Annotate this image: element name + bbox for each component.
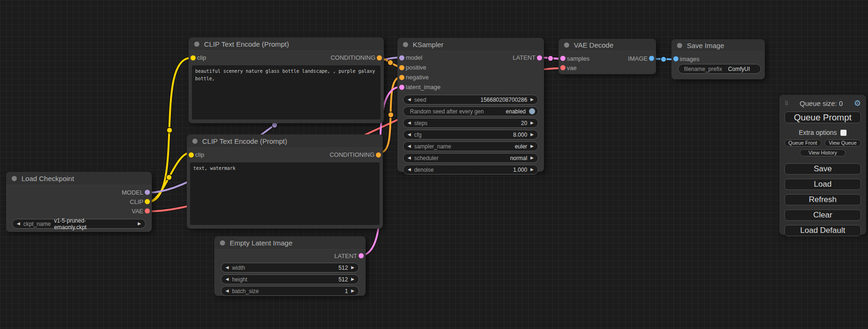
filename-prefix-widget[interactable]: filename_prefix ComfyUI (678, 64, 761, 74)
node-vae-decode[interactable]: VAE Decode samples IMAGE vae (558, 39, 656, 74)
node-title-bar[interactable]: VAE Decode (558, 39, 656, 51)
increment-arrow-icon[interactable] (530, 98, 534, 102)
input-slot-latent-image[interactable] (399, 84, 404, 90)
node-title-bar[interactable]: KSampler (397, 38, 544, 51)
random-seed-toggle-widget[interactable]: Random seed after every gen enabled (403, 106, 538, 116)
link-dot[interactable] (661, 56, 666, 62)
collapse-dot-icon[interactable] (677, 43, 682, 48)
link-dot[interactable] (166, 175, 172, 180)
decrement-arrow-icon[interactable] (408, 144, 411, 148)
prompt-textarea[interactable]: beautiful scenery nature glass bottle la… (192, 65, 381, 119)
node-clip-text-encode-negative[interactable]: CLIP Text Encode (Prompt) clip CONDITION… (187, 134, 383, 229)
drag-handle-icon[interactable]: ⠿ (784, 100, 789, 107)
widget-value: ComfyUI (728, 66, 750, 72)
decrement-arrow-icon[interactable] (408, 98, 411, 102)
settings-gear-icon[interactable] (854, 99, 861, 107)
node-load-checkpoint[interactable]: Load Checkpoint MODEL CLIP VAE ckpt_name… (6, 172, 152, 232)
decrement-arrow-icon[interactable] (408, 121, 411, 125)
node-title: KSampler (413, 41, 444, 49)
seed-widget[interactable]: seed 156680208700286 (403, 95, 538, 105)
scheduler-widget[interactable]: scheduler normal (403, 153, 538, 163)
input-label-negative: negative (406, 74, 429, 81)
node-save-image[interactable]: Save Image images filename_prefix ComfyU… (671, 39, 765, 79)
sampler-name-widget[interactable]: sampler_name euler (403, 141, 538, 151)
decrement-arrow-icon[interactable] (408, 168, 411, 172)
increment-arrow-icon[interactable] (530, 168, 534, 172)
output-slot-conditioning[interactable] (376, 152, 381, 157)
increment-arrow-icon[interactable] (530, 144, 534, 148)
increment-arrow-icon[interactable] (351, 289, 354, 293)
node-title-bar[interactable]: Empty Latent Image (214, 236, 366, 250)
collapse-dot-icon[interactable] (12, 176, 17, 181)
link-dot[interactable] (167, 127, 172, 133)
load-default-button[interactable]: Load Default (784, 225, 861, 236)
output-slot-conditioning[interactable] (377, 55, 382, 60)
input-slot-samples[interactable] (560, 56, 565, 61)
input-row-negative: negative (397, 72, 544, 82)
collapse-dot-icon[interactable] (403, 42, 408, 47)
node-title: Empty Latent Image (230, 239, 292, 247)
input-slot-images[interactable] (673, 56, 678, 62)
load-button[interactable]: Load (784, 179, 861, 190)
height-widget[interactable]: height 512 (221, 274, 359, 284)
toggle-knob-icon[interactable] (529, 108, 535, 114)
increment-arrow-icon[interactable] (530, 156, 534, 160)
queue-prompt-button[interactable]: Queue Prompt (784, 112, 861, 123)
widget-value: 20 (521, 120, 527, 126)
node-empty-latent-image[interactable]: Empty Latent Image LATENT width 512 heig… (214, 236, 366, 296)
decrement-arrow-icon[interactable] (226, 266, 229, 270)
view-history-button[interactable]: View History (800, 149, 846, 156)
output-slot-image[interactable] (649, 56, 654, 61)
cfg-widget[interactable]: cfg 8.000 (403, 130, 538, 140)
increment-arrow-icon[interactable] (530, 133, 534, 137)
input-slot-vae[interactable] (560, 65, 565, 70)
output-slot-latent[interactable] (537, 55, 542, 60)
output-slot-model[interactable] (145, 190, 150, 195)
collapse-dot-icon[interactable] (192, 139, 198, 144)
output-slot-latent[interactable] (359, 253, 364, 259)
decrement-arrow-icon[interactable] (408, 133, 411, 137)
output-slot-vae[interactable] (145, 209, 150, 214)
view-queue-button[interactable]: View Queue (825, 140, 861, 147)
link-dot[interactable] (388, 112, 394, 118)
input-slot-positive[interactable] (399, 65, 404, 70)
node-clip-text-encode-positive[interactable]: CLIP Text Encode (Prompt) clip CONDITION… (189, 37, 384, 123)
decrement-arrow-icon[interactable] (226, 289, 229, 293)
output-label-clip: CLIP (130, 198, 143, 205)
save-button[interactable]: Save (784, 163, 861, 175)
output-slot-clip[interactable] (145, 199, 150, 204)
link-dot[interactable] (388, 60, 393, 65)
decrement-arrow-icon[interactable] (408, 156, 411, 160)
collapse-dot-icon[interactable] (220, 240, 225, 245)
increment-arrow-icon[interactable] (530, 121, 534, 125)
link-dot[interactable] (548, 56, 553, 61)
node-ksampler[interactable]: KSampler model LATENT positive negative … (397, 38, 544, 172)
decrement-arrow-icon[interactable] (226, 277, 229, 281)
collapse-dot-icon[interactable] (194, 42, 199, 47)
decrement-arrow-icon[interactable] (17, 222, 20, 226)
refresh-button[interactable]: Refresh (784, 194, 861, 205)
input-slot-model[interactable] (399, 55, 404, 60)
increment-arrow-icon[interactable] (138, 222, 141, 226)
prompt-textarea[interactable]: text, watermark (190, 162, 380, 225)
node-title-bar[interactable]: Save Image (671, 39, 765, 52)
denoise-widget[interactable]: denoise 1.000 (403, 165, 538, 175)
steps-widget[interactable]: steps 20 (403, 118, 538, 128)
batch-size-widget[interactable]: batch_size 1 (221, 286, 359, 296)
output-label-conditioning: CONDITIONING (330, 151, 374, 158)
width-widget[interactable]: width 512 (221, 263, 359, 273)
increment-arrow-icon[interactable] (351, 266, 354, 270)
node-title-bar[interactable]: Load Checkpoint (6, 172, 152, 185)
queue-front-button[interactable]: Queue Front (784, 140, 821, 147)
input-slot-negative[interactable] (399, 75, 404, 80)
extra-options-checkbox[interactable] (840, 130, 847, 136)
ckpt-name-widget[interactable]: ckpt_name v1-5-pruned-emaonly.ckpt (12, 219, 146, 229)
node-title-bar[interactable]: CLIP Text Encode (Prompt) (187, 134, 383, 148)
node-graph-canvas[interactable]: Load Checkpoint MODEL CLIP VAE ckpt_name… (0, 0, 868, 329)
node-title-bar[interactable]: CLIP Text Encode (Prompt) (189, 37, 384, 51)
input-slot-clip[interactable] (189, 152, 194, 157)
increment-arrow-icon[interactable] (351, 277, 354, 281)
input-slot-clip[interactable] (191, 55, 196, 60)
clear-button[interactable]: Clear (784, 210, 861, 221)
collapse-dot-icon[interactable] (564, 42, 569, 48)
